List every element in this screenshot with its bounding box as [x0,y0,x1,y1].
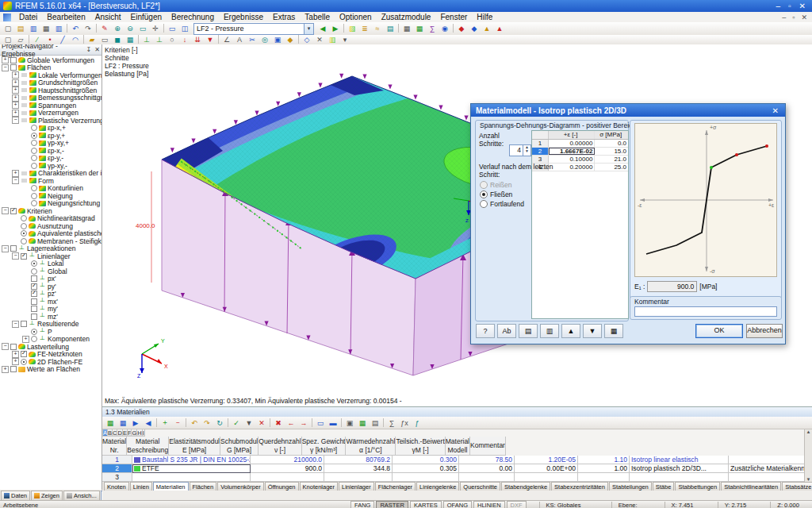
sep[interactable] [298,35,299,44]
tree-item[interactable]: Flächen [0,64,102,72]
expander-icon[interactable] [12,94,19,102]
pin-icon[interactable]: ↧ [86,46,92,53]
tree-item-control[interactable] [10,245,17,252]
tree-item-control[interactable] [21,223,27,229]
save-all-icon[interactable]: ▥ [52,24,65,34]
tree-item[interactable]: pz' [0,291,102,298]
sep[interactable] [341,418,342,427]
tree-item[interactable]: P [0,328,102,336]
section-icon[interactable]: ✂ [246,35,259,45]
table-row[interactable]: 3 [102,473,805,482]
poisson-cell[interactable]: 0.300 [393,456,459,464]
radio-icon[interactable] [480,181,488,189]
expander-icon[interactable] [12,102,19,109]
thermal-cell[interactable] [515,473,578,482]
tree-item[interactable]: Lastverteilung [0,343,102,351]
column-header[interactable]: Spez. Gewicht γ [kN/m³] [302,437,347,456]
tree-item[interactable]: Neigungsrichtung [0,200,102,208]
tree-item[interactable]: my' [0,306,102,314]
model-cell[interactable]: Isotrop plastisch 2D/3D... [630,464,729,473]
expander-icon[interactable] [12,71,19,79]
radio-option[interactable]: Fortlaufend [480,199,524,209]
column-header[interactable]: Schubmodul G [MPa] [220,437,259,456]
menu-item[interactable]: Berechnung [167,13,219,21]
thermal-cell[interactable]: 0.00E+00 [515,464,578,473]
menu-item[interactable]: Tabelle [300,13,335,21]
snap-toggle[interactable]: HLINIEN [473,501,505,508]
undo-icon[interactable]: ↶ [188,418,201,428]
ole-icon[interactable]: ▤ [369,418,381,428]
new-file-icon[interactable]: ▢ [2,24,14,34]
tree-item[interactable]: py' [0,283,102,291]
panel-icon[interactable]: ▤ [384,24,396,34]
tree-item[interactable]: Grundschnittgrößen [0,79,102,87]
poisson-cell[interactable] [393,473,459,482]
save-icon[interactable]: ▥ [540,324,559,338]
tree-item[interactable]: Global [0,267,102,275]
expander-icon[interactable] [12,351,19,358]
expander-icon[interactable] [12,87,19,94]
expander-icon[interactable] [2,207,9,214]
tree-item[interactable]: Verzerrungen [0,110,102,117]
menu-item[interactable]: Ansicht [90,13,126,21]
menu-item[interactable]: Extras [268,13,300,21]
module-icon[interactable]: ◆ [455,24,468,34]
arrow-left-icon[interactable]: ← [285,418,297,428]
row-insert-icon[interactable]: ＋ [159,418,171,428]
expander-icon[interactable] [2,343,9,350]
strain-cell[interactable]: 0.20000 [549,164,596,171]
column-header[interactable]: Querdehnzahl ν [-] [259,437,301,456]
menu-item[interactable]: Optionen [335,13,377,21]
dimension-icon[interactable]: ∠ [220,35,233,45]
expander-icon[interactable] [12,177,19,184]
tree-item-control[interactable] [21,215,27,221]
render-icon[interactable]: ◆ [284,35,297,45]
tree-item[interactable]: Globale Verformungen [0,56,102,64]
tree-item-control[interactable] [21,359,27,365]
tree-item[interactable]: Kriterien [0,207,102,215]
table-row[interactable]: 1 Baustahl S 235 JR | DIN EN 10025-2:200… [102,456,805,464]
radio-option[interactable]: Reißen [480,180,524,190]
text-icon[interactable]: A [233,35,246,45]
color-scale-icon[interactable]: ▥ [326,35,339,45]
visibility-icon[interactable]: ◎ [259,35,271,45]
menu-item[interactable]: Hilfe [472,13,497,21]
tree-item-control[interactable] [31,163,37,169]
navigator-tab[interactable]: Ansich... [63,491,100,500]
weight-cell[interactable]: 78.50 [459,456,515,464]
document-icon[interactable] [3,13,11,21]
module4-icon[interactable]: ▲ [493,24,506,34]
scroll-up-icon[interactable]: ▲ [805,429,812,434]
tree-item-control[interactable] [31,185,37,191]
sep[interactable] [67,24,67,33]
stress-strain-row[interactable]: 2 1.6667E-02 15.0 [532,148,628,156]
snap-toggle[interactable]: DXF [507,501,527,508]
snap-toggle[interactable]: RASTER [376,501,408,508]
gmodul-cell[interactable]: 80769.2 [324,456,393,464]
description-cell[interactable]: Baustahl S 235 JR | DIN EN 10025-2:200 [132,456,251,464]
tree-item[interactable]: Werte an Flächen [0,366,102,374]
tree-item-control[interactable] [31,155,37,161]
cut-icon[interactable]: ✕ [255,418,268,428]
surface-icon[interactable]: ▰ [86,35,98,45]
comment-cell[interactable] [729,456,805,464]
column-letter[interactable]: I [143,429,145,437]
table-edit-icon[interactable]: ▦ [104,418,117,428]
tree-item[interactable]: Linienlager [0,252,102,260]
tree-item-control[interactable] [10,64,17,71]
sep[interactable] [156,418,157,427]
mdi-restore-button[interactable]: ▫ [792,13,795,21]
load-case-combobox[interactable]: LF2 - Pressure ▾ [193,23,314,35]
tree-item[interactable]: Komponenten [0,336,102,344]
load-node-icon[interactable]: ↓ [178,35,191,45]
model-cell[interactable] [630,473,729,482]
zoom-in-icon[interactable]: ⊕ [111,24,124,34]
tree-item[interactable]: Ausnutzung [0,222,102,230]
sep[interactable] [29,35,29,44]
expander-icon[interactable] [12,170,19,177]
tree-item[interactable]: γp-xy,+ [0,140,102,148]
stress-cell[interactable]: 25.0 [595,164,628,171]
window-icon[interactable]: ▭ [314,418,327,428]
edit-icon[interactable]: ✎ [98,24,111,34]
table-row[interactable]: 2 ETFE 900.0 344.8 0.305 0.00 0.00E+00 1… [102,464,805,473]
